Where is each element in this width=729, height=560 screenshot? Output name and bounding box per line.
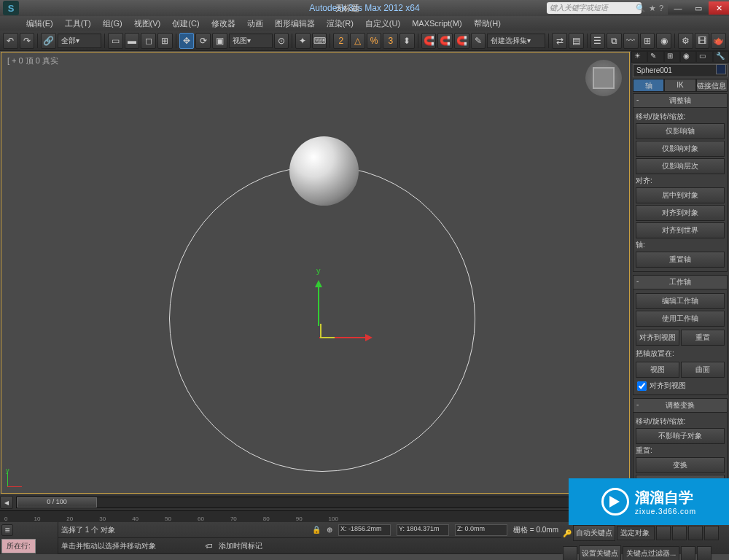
center-to-object-button[interactable]: 居中到对象 [636,187,725,203]
ref-coord-dropdown[interactable]: 视图 ▾ [229,34,273,48]
affect-hierarchy-only-button[interactable]: 仅影响层次 [636,158,725,174]
edit-working-pivot-button[interactable]: 编辑工作轴 [636,293,725,309]
align-to-view-checkbox[interactable]: 对齐到视图 [637,381,723,391]
zoom-all-button[interactable] [697,546,712,560]
named-selection-dropdown[interactable]: 创建选择集 ▾ [487,34,545,48]
reset-wp-button[interactable]: 重置 [681,330,725,346]
modify-tab[interactable]: ✎ [647,51,663,63]
ik-tab[interactable]: IK [664,79,695,92]
reset-pivot-button[interactable]: 重置轴 [636,252,725,268]
place-view-button[interactable]: 视图 [636,362,679,378]
rotate-button[interactable]: ⟳ [195,33,211,49]
menu-animation[interactable]: 动画 [243,17,268,31]
menu-rendering[interactable]: 渲染(R) [322,17,358,31]
use-working-pivot-button[interactable]: 使用工作轴 [636,311,725,327]
keyfilter-button[interactable]: 关键点过滤器... [623,546,679,560]
viewport-label[interactable]: [ + 0 顶 0 真实 [7,55,58,66]
autokey-button[interactable]: 自动关键点 [573,525,615,541]
add-time-tag[interactable]: 添加时间标记 [219,541,262,551]
prev-frame-button[interactable] [672,526,687,540]
link-button[interactable]: 🔗 [41,33,56,49]
window-crossing-button[interactable]: ⊞ [157,33,173,49]
key-icon[interactable]: 🔑 [563,529,572,537]
menu-modifiers[interactable]: 修改器 [207,17,240,31]
align-button[interactable]: ▤ [569,33,584,49]
nowgo-button[interactable]: 所在行: [1,539,36,553]
scene-circle-path[interactable] [169,166,475,472]
display-tab[interactable]: ▭ [696,51,712,63]
z-coord-input[interactable]: Z: 0.0mm [455,524,507,536]
move-button[interactable]: ✥ [179,33,195,49]
setkey-button[interactable]: 设置关键点 [579,545,621,560]
maximize-button[interactable]: ▭ [688,1,709,15]
timeline-left-button[interactable]: ◂ [0,496,13,509]
material-editor-button[interactable]: ◉ [656,33,671,49]
magnet-pivot-button[interactable]: 🧲 [421,33,437,49]
lock-icon[interactable]: 🔒 [312,526,321,534]
pivot-tab[interactable]: 轴 [633,79,664,92]
align-to-object-button[interactable]: 对齐到对象 [636,205,725,221]
play-button[interactable] [688,526,703,540]
menu-create[interactable]: 创建(C) [168,17,203,31]
minimize-button[interactable]: — [668,1,688,15]
dont-affect-children-button[interactable]: 不影响子对象 [636,428,725,444]
search-icon[interactable]: 🔍 [636,4,646,13]
time-slider-thumb[interactable]: 0 / 100 [17,497,97,508]
hierarchy-tab[interactable]: ⊞ [664,51,680,63]
menu-view[interactable]: 视图(V) [130,17,165,31]
scale-button[interactable]: ▣ [212,33,227,49]
viewport-top[interactable]: [ + 0 顶 0 真实 y [1,52,630,494]
menu-grapheditors[interactable]: 图形编辑器 [270,17,319,31]
rollout-header[interactable]: 工作轴 [634,276,727,289]
menu-help[interactable]: 帮助(H) [469,17,505,31]
rect-select-button[interactable]: ◻ [141,33,156,49]
star-icon[interactable]: ★ [649,4,656,13]
object-color-swatch[interactable] [716,64,726,74]
scene-sphere[interactable] [289,136,359,206]
close-button[interactable]: ✕ [709,1,729,15]
utilities-tab[interactable]: 🔧 [713,51,729,63]
object-name-field[interactable]: Sphere001 [633,64,728,77]
place-surface-button[interactable]: 曲面 [681,362,725,378]
snap-3d-button[interactable]: 3 [383,33,398,49]
magnet-vertex-button[interactable]: 🧲 [454,33,469,49]
render-setup-button[interactable]: ⚙ [678,33,693,49]
x-coord-input[interactable]: X: -1856.2mm [338,524,391,536]
linkinfo-tab[interactable]: 链接信息 [696,79,728,92]
rollout-header[interactable]: 调整变换 [634,399,727,413]
mirror-button[interactable]: ⇄ [552,33,567,49]
rollout-header[interactable]: 调整轴 [634,94,727,108]
manipulate-button[interactable]: ✦ [295,33,311,49]
reset-transform-button[interactable]: 变换 [636,457,725,473]
magnet-edge-button[interactable]: 🧲 [437,33,453,49]
coord-mode-icon[interactable]: ⊕ [327,526,332,534]
selection-filter-dropdown[interactable]: 全部 ▾ [58,34,101,48]
select-object-button[interactable]: ▭ [108,33,123,49]
layers-button[interactable]: ☰ [590,33,606,49]
menu-edit[interactable]: 编辑(E) [22,17,58,31]
curve-editor-button[interactable]: 〰 [623,33,639,49]
keyboard-shortcut-button[interactable]: ⌨ [312,33,327,49]
align-to-world-button[interactable]: 对齐到世界 [636,222,725,238]
spinner-snap-button[interactable]: ⬍ [399,33,415,49]
affect-object-only-button[interactable]: 仅影响对象 [636,141,725,157]
select-by-name-button[interactable]: ▬ [125,33,140,49]
next-frame-button[interactable] [704,526,719,540]
gizmo-y-axis[interactable] [318,282,319,326]
schematic-view-button[interactable]: ⊞ [640,33,655,49]
motion-tab[interactable]: ◉ [680,51,696,63]
affect-pivot-only-button[interactable]: 仅影响轴 [636,123,725,139]
help-search-input[interactable]: 键入关键字或短语 [547,2,642,14]
undo-button[interactable]: ↶ [3,33,18,49]
help-icon[interactable]: ? [659,4,663,13]
pivot-center-button[interactable]: ⊙ [274,33,289,49]
app-logo[interactable]: S [3,1,19,15]
layer-manager-button[interactable]: ⧉ [607,33,622,49]
y-coord-input[interactable]: Y: 1804.371m [397,524,449,536]
edit-named-sel-button[interactable]: ✎ [471,33,486,49]
quick-render-button[interactable]: 🫖 [711,33,726,49]
goto-start-button[interactable] [656,526,671,540]
menu-maxscript[interactable]: MAXScript(M) [408,18,466,29]
key-filter-dropdown[interactable]: 选定对象 [617,526,655,540]
menu-group[interactable]: 组(G) [98,17,127,31]
